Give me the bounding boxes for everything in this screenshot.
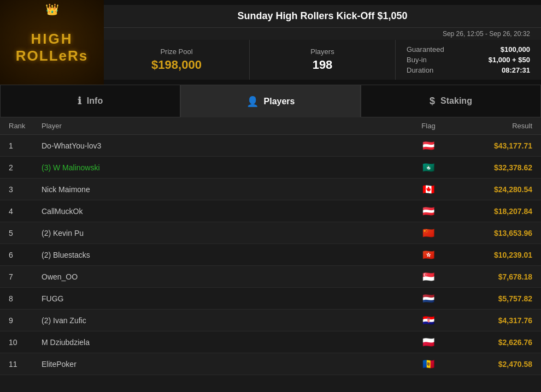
player-cell: (2) Kevin Pu bbox=[42, 229, 407, 237]
result-cell: $43,177.71 bbox=[450, 141, 532, 150]
tab-players-label: Players bbox=[264, 97, 295, 106]
result-cell: $32,378.62 bbox=[450, 163, 532, 172]
player-cell: (3) W Malinowski bbox=[42, 163, 407, 172]
col-result-header: Result bbox=[450, 122, 532, 130]
rank-cell: 1 bbox=[9, 141, 42, 150]
flag-cell: 🇲🇩 bbox=[407, 358, 450, 370]
player-cell: Owen_OO bbox=[42, 272, 407, 281]
table-row: 6 (2) Bluestacks 🇭🇰 $10,239.01 bbox=[0, 244, 541, 266]
player-cell: M Dziubdziela bbox=[42, 338, 407, 347]
result-cell: $10,239.01 bbox=[450, 251, 532, 259]
result-cell: $2,626.76 bbox=[450, 338, 532, 347]
flag-cell: 🇲🇴 bbox=[407, 162, 450, 174]
player-cell: ElitePoker bbox=[42, 360, 407, 369]
players-value: 198 bbox=[313, 58, 333, 72]
player-cell: (2) Ivan Zufic bbox=[42, 316, 407, 325]
players-icon: 👤 bbox=[246, 96, 258, 108]
guaranteed-label: Guaranteed bbox=[407, 45, 444, 54]
guaranteed-value: $100,000 bbox=[501, 45, 530, 54]
table-body: 1 Do-WhatYou-lov3 🇦🇹 $43,177.71 2 (3) W … bbox=[0, 135, 541, 375]
table-row: 8 FUGG 🇳🇱 $5,757.82 bbox=[0, 288, 541, 310]
duration-value: 08:27:31 bbox=[502, 66, 530, 74]
flag-icon: 🇦🇹 bbox=[422, 205, 434, 217]
buyin-label: Buy-in bbox=[407, 56, 427, 64]
result-cell: $4,317.76 bbox=[450, 316, 532, 325]
flag-cell: 🇦🇹 bbox=[407, 140, 450, 152]
rank-cell: 7 bbox=[9, 272, 42, 281]
logo-area: 👑 HIGH ROLLeRs bbox=[0, 0, 104, 85]
table-row: 3 Nick Maimone 🇨🇦 $24,280.54 bbox=[0, 179, 541, 200]
result-cell: $2,470.58 bbox=[450, 360, 532, 369]
result-cell: $7,678.18 bbox=[450, 272, 532, 281]
player-cell: (2) Bluestacks bbox=[42, 251, 407, 259]
players-table: Rank Player Flag Result 1 Do-WhatYou-lov… bbox=[0, 117, 541, 375]
rank-cell: 4 bbox=[9, 207, 42, 216]
flag-icon: 🇨🇦 bbox=[422, 183, 434, 195]
flag-cell: 🇵🇱 bbox=[407, 336, 450, 348]
rank-cell: 9 bbox=[9, 316, 42, 325]
tab-players[interactable]: 👤 Players bbox=[180, 85, 361, 117]
rank-cell: 5 bbox=[9, 229, 42, 237]
table-row: 2 (3) W Malinowski 🇲🇴 $32,378.62 bbox=[0, 157, 541, 179]
prize-pool-block: Prize Pool $198,000 bbox=[104, 40, 250, 80]
duration-label: Duration bbox=[407, 66, 433, 74]
table-row: 9 (2) Ivan Zufic 🇭🇷 $4,317.76 bbox=[0, 310, 541, 331]
rank-cell: 11 bbox=[9, 360, 42, 369]
player-cell: Nick Maimone bbox=[42, 185, 407, 194]
header: 👑 HIGH ROLLeRs Sunday High Rollers Kick-… bbox=[0, 0, 541, 85]
flag-icon: 🇳🇱 bbox=[422, 293, 434, 305]
flag-cell: 🇭🇷 bbox=[407, 314, 450, 326]
table-row: 5 (2) Kevin Pu 🇨🇳 $13,653.96 bbox=[0, 222, 541, 244]
table-row: 1 Do-WhatYou-lov3 🇦🇹 $43,177.71 bbox=[0, 135, 541, 157]
details-block: Guaranteed $100,000 Buy-in $1,000 + $50 … bbox=[396, 40, 541, 80]
date-bar: Sep 26, 12:05 - Sep 26, 20:32 bbox=[104, 28, 541, 40]
rank-cell: 3 bbox=[9, 185, 42, 194]
tab-staking-label: Staking bbox=[440, 96, 472, 106]
player-cell: CallMuckOk bbox=[42, 207, 407, 216]
flag-cell: 🇳🇱 bbox=[407, 293, 450, 305]
flag-icon: 🇸🇬 bbox=[422, 271, 434, 283]
table-row: 7 Owen_OO 🇸🇬 $7,678.18 bbox=[0, 266, 541, 288]
result-cell: $13,653.96 bbox=[450, 229, 532, 237]
tabs: ℹ Info 👤 Players $ Staking bbox=[0, 85, 541, 117]
tab-info[interactable]: ℹ Info bbox=[0, 85, 180, 117]
flag-icon: 🇨🇳 bbox=[422, 227, 434, 239]
flag-cell: 🇸🇬 bbox=[407, 271, 450, 283]
flag-icon: 🇭🇷 bbox=[422, 314, 434, 326]
result-cell: $24,280.54 bbox=[450, 185, 532, 194]
flag-cell: 🇦🇹 bbox=[407, 205, 450, 217]
prize-pool-label: Prize Pool bbox=[160, 47, 192, 56]
rank-cell: 2 bbox=[9, 163, 42, 172]
prize-pool-value: $198,000 bbox=[151, 58, 202, 72]
buyin-value: $1,000 + $50 bbox=[489, 56, 530, 64]
flag-icon: 🇲🇴 bbox=[422, 162, 434, 174]
flag-icon: 🇦🇹 bbox=[422, 140, 434, 152]
title-text: Sunday High Rollers Kick-Off $1,050 bbox=[237, 10, 407, 21]
players-label: Players bbox=[310, 47, 334, 56]
tournament-title: Sunday High Rollers Kick-Off $1,050 bbox=[104, 5, 541, 28]
col-flag-header: Flag bbox=[407, 122, 450, 130]
result-cell: $18,207.84 bbox=[450, 207, 532, 216]
flag-icon: 🇭🇰 bbox=[422, 249, 434, 261]
flag-cell: 🇨🇳 bbox=[407, 227, 450, 239]
tab-staking[interactable]: $ Staking bbox=[361, 85, 541, 117]
flag-icon: 🇵🇱 bbox=[422, 336, 434, 348]
flag-cell: 🇨🇦 bbox=[407, 183, 450, 195]
tab-info-label: Info bbox=[87, 96, 103, 106]
table-row: 4 CallMuckOk 🇦🇹 $18,207.84 bbox=[0, 200, 541, 222]
col-rank-header: Rank bbox=[9, 122, 42, 130]
flag-cell: 🇭🇰 bbox=[407, 249, 450, 261]
rank-cell: 8 bbox=[9, 294, 42, 303]
table-header: Rank Player Flag Result bbox=[0, 117, 541, 135]
result-cell: $5,757.82 bbox=[450, 294, 532, 303]
stats-bar: Prize Pool $198,000 Players 198 Guarante… bbox=[104, 40, 541, 80]
header-right: Sunday High Rollers Kick-Off $1,050 Sep … bbox=[104, 5, 541, 80]
table-row: 11 ElitePoker 🇲🇩 $2,470.58 bbox=[0, 353, 541, 375]
player-cell: Do-WhatYou-lov3 bbox=[42, 141, 407, 150]
flag-icon: 🇲🇩 bbox=[422, 358, 434, 370]
rank-cell: 10 bbox=[9, 338, 42, 347]
players-block: Players 198 bbox=[250, 40, 396, 80]
col-player-header: Player bbox=[42, 122, 407, 130]
player-cell: FUGG bbox=[42, 294, 407, 303]
info-icon: ℹ bbox=[78, 95, 81, 107]
